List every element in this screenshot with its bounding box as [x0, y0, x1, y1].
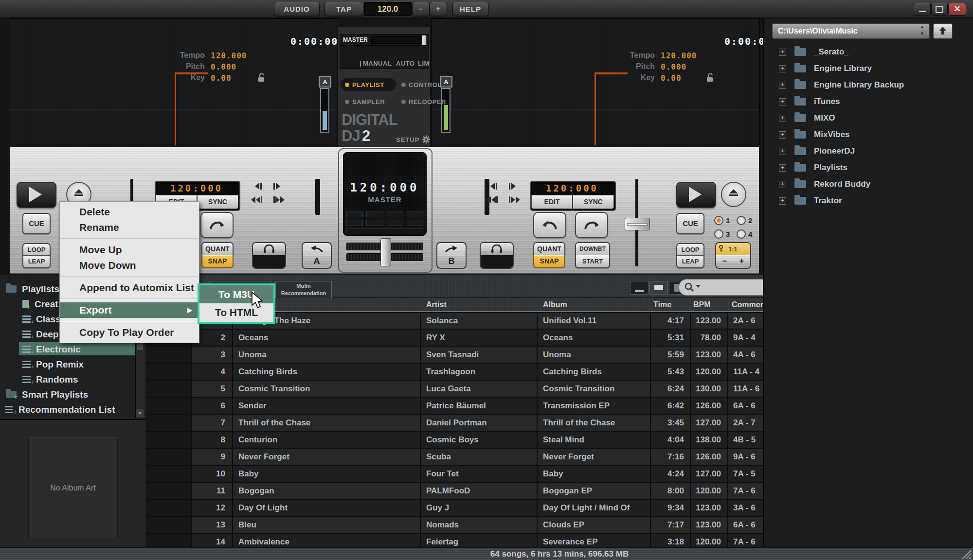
deck-b-pitch-handle[interactable] — [625, 218, 650, 230]
expand-plus-icon[interactable]: + — [779, 197, 786, 205]
deck-b-start-button[interactable]: START — [575, 255, 610, 268]
folder-item-itunes[interactable]: +iTunes — [764, 93, 973, 110]
load-deck-b-button[interactable]: B — [436, 242, 467, 269]
deck-a-headphone-button[interactable] — [252, 242, 286, 269]
help-button[interactable]: HELP — [452, 2, 488, 16]
tap-button[interactable]: TAP — [324, 2, 363, 16]
master-bpm-display[interactable]: 120.0 — [364, 2, 412, 16]
deck-b-leap-button[interactable]: LEAP — [676, 255, 704, 268]
deck-a-seek-fwd-button[interactable] — [273, 196, 285, 203]
deck-b-bend-back-button[interactable] — [490, 183, 497, 190]
deck-b-censor-button[interactable] — [575, 212, 608, 238]
menu-item-rename[interactable]: Rename — [60, 220, 199, 235]
tab-sampler[interactable]: SAMPLER — [341, 95, 385, 108]
sidebar-item-randoms[interactable]: Randoms — [0, 372, 157, 387]
sidebar-item-electronic[interactable]: Electronic — [0, 342, 157, 357]
mufin-recommendation-button[interactable]: Mufin Recommendation — [275, 281, 332, 298]
expand-plus-icon[interactable]: + — [779, 98, 786, 105]
master-volume-handle[interactable] — [422, 35, 427, 45]
channel-radio-1[interactable]: 1 — [714, 216, 730, 225]
channel-radio-3[interactable]: 3 — [714, 229, 730, 239]
folder-item--serato-[interactable]: +_Serato_ — [764, 44, 973, 60]
bpm-minus-button[interactable]: – — [412, 2, 430, 16]
channel-radio-4[interactable]: 4 — [737, 229, 752, 239]
deck-b-downbeat-button[interactable]: DOWNBT — [575, 242, 610, 256]
deck-b-seek-fwd-button[interactable] — [509, 196, 520, 203]
sidebar-item-smart-playlists[interactable]: Smart Playlists — [0, 387, 140, 402]
deck-b-undo-button[interactable] — [533, 212, 566, 238]
deck-b-seek-back-button[interactable] — [486, 196, 498, 203]
deck-a-headphone-fader[interactable] — [315, 179, 320, 215]
folder-item-engine-library[interactable]: +Engine Library — [764, 60, 973, 77]
audio-button[interactable]: AUDIO — [274, 2, 320, 16]
expand-plus-icon[interactable]: + — [779, 65, 786, 72]
deck-a-seek-back-button[interactable] — [251, 196, 262, 203]
deck-a-loop-button[interactable]: LOOP — [22, 243, 51, 256]
deck-b-cue-button[interactable]: CUE — [676, 213, 704, 234]
expand-plus-icon[interactable]: + — [779, 115, 786, 122]
bpm-plus-button[interactable]: + — [430, 2, 447, 16]
deck-a-sync-button[interactable]: SYNC — [197, 195, 238, 209]
mode-auto[interactable]: AUTO — [396, 60, 415, 67]
deck-a-censor-button[interactable] — [200, 212, 234, 238]
sidebar-item-pop-remix[interactable]: Pop Remix — [0, 357, 157, 372]
minimize-button[interactable] — [914, 3, 931, 16]
menu-item-move-up[interactable]: Move Up — [60, 242, 199, 258]
deck-a-play-button[interactable] — [17, 182, 56, 208]
deck-a-leap-button[interactable]: LEAP — [22, 255, 51, 268]
deck-b-loop-button[interactable]: LOOP — [676, 243, 704, 256]
close-button[interactable]: ✕ — [948, 3, 966, 16]
loop-size-plus-button[interactable]: + — [733, 255, 750, 268]
key-lock-icon[interactable] — [257, 73, 265, 82]
mode-lim[interactable]: LIM — [418, 60, 430, 67]
setup-button[interactable]: SETUP — [396, 135, 431, 144]
expand-plus-icon[interactable]: + — [779, 181, 786, 188]
deck-a-playhead[interactable] — [175, 72, 176, 145]
deck-a-bend-back-button[interactable] — [255, 183, 262, 190]
expand-plus-icon[interactable]: + — [779, 82, 786, 89]
view-small-button[interactable] — [630, 281, 649, 295]
folder-item-traktor[interactable]: +Traktor — [764, 192, 973, 209]
col-album[interactable]: Album — [538, 298, 651, 311]
folder-item-engine-library-backup[interactable]: +Engine Library Backup — [764, 77, 973, 93]
folder-up-button[interactable] — [933, 23, 953, 39]
menu-item-copy-to-play-order[interactable]: Copy To Play Order — [60, 325, 199, 340]
deck-b-sync-button[interactable]: SYNC — [573, 195, 614, 209]
sidebar-item-recommendation-list[interactable]: Recommendation List — [0, 402, 139, 417]
tab-control[interactable]: CONTROL — [398, 78, 442, 91]
folder-item-pioneerdj[interactable]: +PioneerDJ — [764, 143, 973, 159]
channel-radio-2[interactable]: 2 — [737, 216, 752, 225]
mode-manual[interactable]: MANUAL — [363, 60, 392, 67]
deck-b-quant-button[interactable]: QUANT — [533, 242, 565, 256]
expand-plus-icon[interactable]: + — [779, 148, 786, 155]
tab-playlist[interactable]: PLAYLIST — [341, 78, 396, 91]
col-bpm[interactable]: BPM — [691, 298, 728, 311]
deck-b-playhead[interactable] — [595, 72, 596, 145]
deck-a-snap-button[interactable]: SNAP — [201, 255, 234, 268]
resize-grip[interactable] — [961, 549, 972, 560]
path-dropdown[interactable]: C:\Users\Olivia\Music ▲▼ — [772, 23, 930, 39]
folder-item-rekord-buddy[interactable]: +Rekord Buddy — [764, 176, 973, 192]
deck-a-bend-fwd-button[interactable] — [273, 183, 280, 190]
folder-item-mixvibes[interactable]: +MixVibes — [764, 126, 973, 143]
view-medium-button[interactable] — [649, 281, 668, 295]
load-deck-a-button[interactable]: A — [302, 242, 332, 269]
deck-b-bend-fwd-button[interactable] — [509, 183, 516, 190]
expand-plus-icon[interactable]: + — [779, 131, 786, 139]
tab-relooper[interactable]: RELOOPER — [398, 95, 446, 108]
menu-item-export[interactable]: Export▶ — [60, 302, 199, 318]
deck-b-play-button[interactable] — [676, 182, 716, 208]
master-volume-track[interactable] — [371, 36, 423, 44]
menu-item-move-down[interactable]: Move Down — [60, 258, 199, 273]
col-artist[interactable]: Artist — [421, 298, 538, 311]
search-filter-dropdown-icon[interactable] — [696, 285, 701, 288]
deck-b-snap-button[interactable]: SNAP — [533, 255, 565, 268]
menu-item-delete[interactable]: Delete — [60, 204, 199, 220]
expand-plus-icon[interactable]: + — [779, 164, 786, 172]
maximize-button[interactable] — [931, 3, 948, 16]
crossfader-handle[interactable] — [380, 238, 391, 266]
deck-b-eject-button[interactable] — [721, 182, 746, 207]
col-time[interactable]: Time — [651, 298, 691, 311]
scroll-down-icon[interactable]: ▼ — [136, 409, 144, 417]
folder-item-mixo[interactable]: +MIXO — [764, 110, 973, 126]
